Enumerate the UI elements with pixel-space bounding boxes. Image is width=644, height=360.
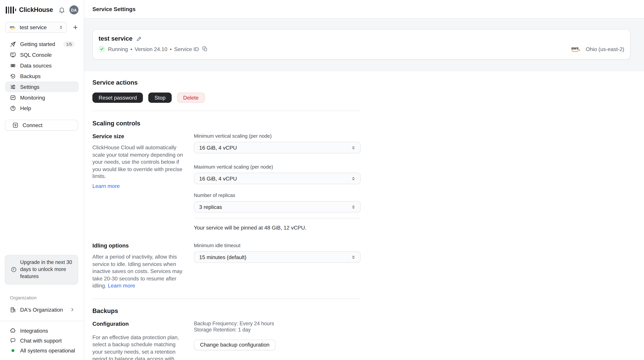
sidebar-item-label: Getting started	[20, 41, 55, 47]
sidebar-item-label: SQL Console	[20, 52, 52, 58]
idle-timeout-select[interactable]: 15 minutes (default)	[194, 251, 360, 263]
check-icon	[98, 46, 105, 52]
sidebar-item-settings[interactable]: Settings	[5, 81, 79, 92]
backup-config-title: Configuration	[92, 320, 194, 327]
sidebar-item-getting-started[interactable]: Getting started 1/5	[5, 39, 79, 49]
chevron-up-down-icon	[351, 145, 356, 150]
bullet-separator: •	[130, 46, 132, 52]
learn-more-link[interactable]: Learn more	[108, 282, 135, 289]
main-area: Service Settings test service	[84, 0, 644, 360]
rocket-icon	[10, 41, 16, 47]
sidebar-item-monitoring[interactable]: Monitoring	[5, 92, 79, 103]
clock-icon	[11, 266, 17, 273]
brand-title: ClickHouse	[19, 6, 53, 14]
service-version: Version 24.10	[135, 46, 167, 52]
aws-icon: aws	[9, 25, 16, 30]
status-dot-icon	[12, 349, 14, 352]
topbar: Service Settings	[84, 0, 644, 19]
service-card-info: test service Running • Versi	[98, 35, 570, 54]
settings-content: Service actions Reset password Stop Dele…	[84, 71, 644, 360]
aws-logo-icon: aws	[570, 46, 582, 53]
avatar[interactable]: DA	[70, 5, 78, 15]
sidebar-item-backups[interactable]: Backups	[5, 71, 79, 81]
change-backup-config-button[interactable]: Change backup configuration	[194, 339, 276, 350]
upgrade-notice-text: Upgrade in the next 30 days to unlock mo…	[20, 259, 72, 280]
upgrade-notice[interactable]: Upgrade in the next 30 days to unlock mo…	[5, 255, 78, 284]
sidebar-nav: Getting started 1/5 SQL Console	[5, 39, 79, 113]
system-status[interactable]: All systems operational	[5, 345, 79, 355]
sidebar-item-label: Data sources	[20, 62, 52, 69]
app-window: ClickHouse DA aws test service	[0, 0, 644, 360]
pinned-divider	[194, 218, 360, 218]
history-icon	[10, 73, 16, 79]
building-icon	[10, 307, 16, 313]
chart-icon	[10, 94, 16, 101]
chat-bubble-icon	[10, 337, 16, 343]
min-scaling-select[interactable]: 16 GiB, 4 vCPU	[194, 142, 360, 153]
backups-title: Backups	[92, 307, 644, 314]
region-label: Ohio (us-east-2)	[586, 46, 624, 52]
max-scaling-value: 16 GiB, 4 vCPU	[199, 175, 351, 182]
delete-button[interactable]: Delete	[177, 93, 204, 103]
service-hero: test service Running • Versi	[84, 19, 644, 71]
max-scaling-label: Maximum vertical scaling (per node)	[194, 164, 360, 170]
idling-options-row: Idling options After a period of inactiv…	[92, 243, 360, 289]
reset-password-button[interactable]: Reset password	[92, 93, 143, 103]
connect-icon	[12, 122, 18, 128]
sidebar-item-integrations[interactable]: Integrations	[5, 326, 79, 336]
idling-description: After a period of inactivity, allow this…	[92, 253, 186, 289]
page-title: Service Settings	[92, 6, 136, 12]
chevron-up-down-icon	[351, 176, 356, 181]
sidebar-item-chat-support[interactable]: Chat with support	[5, 335, 79, 345]
sidebar-item-sql-console[interactable]: SQL Console	[5, 49, 79, 60]
replicas-value: 3 replicas	[199, 204, 351, 210]
service-size-row: Service size ClickHouse Cloud will autom…	[92, 133, 360, 231]
sidebar-item-data-sources[interactable]: Data sources	[5, 60, 79, 71]
service-selector[interactable]: aws test service	[5, 22, 67, 33]
idle-timeout-value: 15 minutes (default)	[199, 254, 351, 260]
service-status-row: Running • Version 24.10 • Service ID	[98, 46, 570, 52]
console-icon	[10, 52, 16, 58]
chevron-up-down-icon	[351, 254, 356, 260]
copy-icon[interactable]	[202, 46, 208, 52]
service-actions-buttons: Reset password Stop Delete	[92, 93, 644, 103]
scaling-controls-title: Scaling controls	[92, 120, 644, 127]
add-service-button plus-icon[interactable]	[72, 24, 78, 30]
min-scaling-label: Minimum vertical scaling (per node)	[194, 133, 360, 139]
chevron-right-icon	[70, 307, 75, 312]
backup-frequency: Backup Frequency: Every 24 hours	[194, 320, 360, 327]
stop-button[interactable]: Stop	[148, 93, 172, 103]
sidebar-footer: Integrations Chat with support All syste…	[0, 321, 84, 360]
bell-icon[interactable]	[58, 6, 66, 14]
viewport: ClickHouse DA aws test service	[0, 0, 644, 360]
connect-button[interactable]: Connect	[5, 120, 78, 131]
sidebar-item-help[interactable]: Help	[5, 103, 79, 113]
service-selector-row: aws test service	[5, 22, 79, 33]
pencil-icon[interactable]	[136, 36, 142, 41]
idling-options-title: Idling options	[92, 243, 194, 249]
section-divider	[92, 111, 360, 111]
organization-name: DA's Organization	[20, 307, 63, 313]
chevron-up-down-icon	[59, 25, 63, 30]
service-size-description: ClickHouse Cloud will automatically scal…	[92, 144, 186, 180]
svg-text:aws: aws	[572, 46, 579, 50]
sidebar-item-label: Backups	[20, 73, 40, 79]
section-divider	[92, 298, 360, 299]
replicas-label: Number of replicas	[194, 193, 360, 198]
backup-description: For an effective data protection plan, s…	[92, 334, 186, 360]
svg-text:aws: aws	[10, 25, 14, 28]
sliders-icon	[10, 84, 16, 90]
service-card: test service Running • Versi	[92, 29, 630, 60]
clickhouse-logo-icon	[6, 6, 16, 14]
pinned-note: Your service will be pinned at 48 GiB, 1…	[194, 225, 360, 231]
puzzle-icon	[10, 328, 16, 334]
organization-switcher[interactable]: DA's Organization	[5, 304, 79, 315]
service-size-title: Service size	[92, 133, 194, 139]
max-scaling-select[interactable]: 16 GiB, 4 vCPU	[194, 173, 360, 184]
learn-more-link[interactable]: Learn more	[92, 183, 120, 189]
status-text: Running	[108, 46, 128, 52]
replicas-select[interactable]: 3 replicas	[194, 201, 360, 213]
sidebar-item-label: Settings	[20, 84, 40, 90]
bullet-separator: •	[170, 46, 172, 52]
idle-timeout-label: Minimum idle timeout	[194, 243, 360, 248]
